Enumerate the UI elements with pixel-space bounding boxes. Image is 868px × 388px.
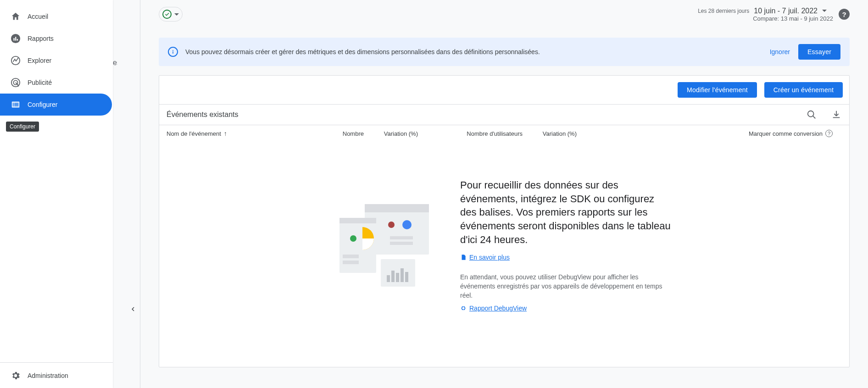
info-banner: Vous pouvez désormais créer et gérer des… <box>159 38 850 66</box>
sidebar-item-configure[interactable]: Configurer <box>0 94 112 116</box>
svg-rect-22 <box>390 242 413 245</box>
main-content: es Les 28 derniers jours 10 juin - 7 jui… <box>113 0 868 388</box>
col-users[interactable]: Nombre d'utilisateurs <box>426 130 523 137</box>
search-button[interactable] <box>806 109 817 120</box>
sidebar-nav: Accueil Rapports Explorer Publicité <box>0 0 113 362</box>
svg-rect-10 <box>13 104 14 105</box>
banner-try-button[interactable]: Essayer <box>798 44 840 60</box>
status-chip[interactable] <box>159 7 183 22</box>
col-count[interactable]: Nombre <box>332 130 364 137</box>
empty-heading: Pour recueillir des données sur des évén… <box>460 178 671 246</box>
debug-text: En attendant, vous pouvez utiliser Debug… <box>460 273 671 300</box>
secondary-panel-border <box>113 0 140 388</box>
info-icon <box>168 47 178 57</box>
svg-rect-8 <box>13 103 14 104</box>
sidebar-item-advertising[interactable]: Publicité <box>0 72 112 94</box>
chevron-down-icon <box>822 10 827 12</box>
sidebar-item-label: Accueil <box>28 13 48 20</box>
banner-ignore-button[interactable]: Ignorer <box>770 48 790 55</box>
reports-icon <box>10 33 21 44</box>
date-range-picker[interactable]: Les 28 derniers jours 10 juin - 7 juil. … <box>698 7 827 15</box>
col-event-name-label: Nom de l'événement <box>167 130 221 137</box>
date-picker-block: Les 28 derniers jours 10 juin - 7 juil. … <box>698 7 833 22</box>
chevron-left-icon <box>129 305 137 313</box>
svg-point-20 <box>402 220 412 229</box>
col-variation-1[interactable]: Variation (%) <box>372 130 418 137</box>
date-range-value: 10 juin - 7 juil. 2022 <box>754 7 818 15</box>
sidebar-item-admin[interactable]: Administration <box>0 362 113 388</box>
sidebar-item-explore[interactable]: Explorer <box>0 50 112 72</box>
sidebar-item-home[interactable]: Accueil <box>0 6 112 28</box>
gear-icon <box>10 370 21 381</box>
card-actions: Modifier l'événement Créer un événement <box>159 76 849 104</box>
help-button[interactable]: ? <box>839 9 850 20</box>
svg-rect-32 <box>401 268 404 282</box>
svg-rect-21 <box>390 236 413 239</box>
collapse-secondary-button[interactable] <box>127 303 139 316</box>
create-event-button[interactable]: Créer un événement <box>764 82 843 98</box>
svg-rect-9 <box>14 103 18 104</box>
chevron-down-icon <box>174 13 179 16</box>
date-compare-label: Compare: 13 mai - 9 juin 2022 <box>753 15 833 22</box>
svg-rect-26 <box>343 255 359 258</box>
learn-more-link[interactable]: En savoir plus <box>460 254 671 261</box>
sort-ascending-icon: ↑ <box>224 130 227 137</box>
target-icon <box>10 77 21 88</box>
topbar: Les 28 derniers jours 10 juin - 7 juil. … <box>140 0 868 28</box>
svg-point-19 <box>388 222 395 228</box>
sidebar-item-label: Rapports <box>28 35 54 42</box>
download-button[interactable] <box>831 109 842 120</box>
bug-icon <box>460 305 467 311</box>
sidebar-item-reports[interactable]: Rapports <box>0 28 112 50</box>
svg-rect-18 <box>365 204 429 212</box>
svg-rect-31 <box>396 273 399 282</box>
explore-icon <box>10 55 21 66</box>
help-icon[interactable]: ? <box>825 130 833 137</box>
date-preset-label: Les 28 derniers jours <box>698 8 749 14</box>
table-header: Nom de l'événement ↑ Nombre Variation (%… <box>159 125 849 142</box>
check-icon <box>162 10 172 19</box>
modify-event-button[interactable]: Modifier l'événement <box>678 82 757 98</box>
banner-text: Vous pouvez désormais créer et gérer des… <box>185 48 770 55</box>
svg-rect-13 <box>14 105 18 106</box>
download-icon <box>831 110 841 120</box>
svg-rect-30 <box>391 271 395 282</box>
svg-rect-15 <box>172 51 173 54</box>
empty-illustration <box>337 200 438 291</box>
svg-point-25 <box>350 235 356 242</box>
sidebar-item-label: Configurer <box>28 101 57 108</box>
empty-state: Pour recueillir des données sur des évén… <box>159 142 849 367</box>
svg-rect-24 <box>339 218 376 223</box>
card-subtitle: Événements existants <box>167 111 792 119</box>
secondary-panel-text: es <box>113 59 117 67</box>
svg-rect-3 <box>17 39 18 41</box>
debugview-link[interactable]: Rapport DebugView <box>460 305 671 312</box>
svg-rect-29 <box>387 275 390 282</box>
svg-rect-27 <box>343 261 359 264</box>
home-icon <box>10 11 21 22</box>
col-event-name[interactable]: Nom de l'événement ↑ <box>167 130 332 137</box>
card-sub-header: Événements existants <box>159 104 849 125</box>
col-mark-conversion[interactable]: Marquer comme conversion ? <box>749 130 842 137</box>
col-variation-2[interactable]: Variation (%) <box>531 130 577 137</box>
svg-rect-2 <box>15 37 16 40</box>
sidebar: Accueil Rapports Explorer Publicité <box>0 0 113 388</box>
sidebar-item-label: Administration <box>28 372 68 379</box>
empty-text: Pour recueillir des données sur des évén… <box>460 178 671 312</box>
list-icon <box>10 99 21 110</box>
search-icon <box>807 110 817 120</box>
svg-rect-33 <box>405 272 408 282</box>
sidebar-item-label: Explorer <box>28 57 51 64</box>
sidebar-item-label: Publicité <box>28 79 52 86</box>
document-icon <box>460 254 467 261</box>
configure-tooltip: Configurer <box>6 122 39 132</box>
svg-point-16 <box>808 111 814 117</box>
svg-rect-1 <box>13 38 14 41</box>
svg-rect-11 <box>14 104 18 105</box>
events-card: Modifier l'événement Créer un événement … <box>159 75 850 367</box>
svg-point-14 <box>172 50 173 51</box>
svg-rect-12 <box>13 105 14 106</box>
